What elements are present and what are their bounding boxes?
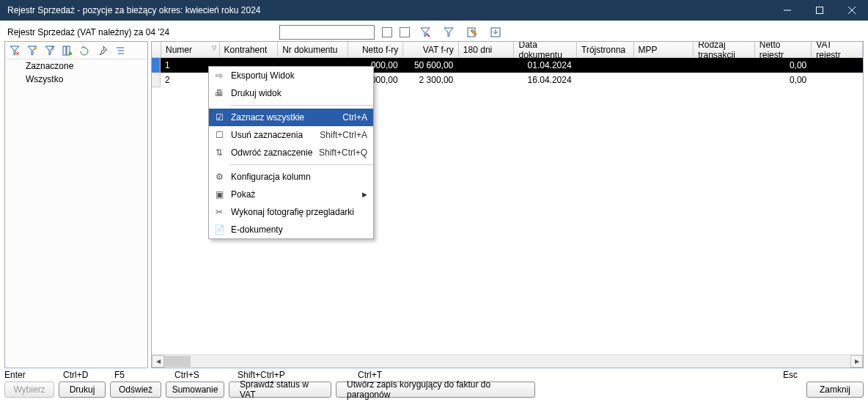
maximize-button[interactable] [803,0,836,21]
hint-ctrlt: Ctrl+T [358,370,783,380]
col-nrdok[interactable]: Nr dokumentu [278,42,347,57]
row-selector[interactable] [152,73,161,87]
scissors-icon: ✂ [212,207,227,217]
left-toolbar [5,42,147,59]
col-vat[interactable]: VAT f-ry [403,42,459,57]
menu-print-view[interactable]: 🖶 Drukuj widok [209,84,373,102]
funnel-red-icon[interactable] [417,25,433,40]
hint-ctrld: Ctrl+D [63,370,114,380]
col-data[interactable]: Data dokumentu [514,42,577,57]
checkbox-1[interactable] [382,27,392,37]
col-nettorej[interactable]: Netto rejestr [755,42,812,57]
utworz-zapis-button[interactable]: Utwórz zapis korygujący do faktur do par… [336,382,535,398]
col-kontrahent[interactable]: Kontrahent [220,42,279,57]
hint-ctrls: Ctrl+S [174,370,238,380]
menu-invert-selection[interactable]: ⇅ Odwróć zaznaczenie Shift+Ctrl+Q [209,144,373,161]
svg-rect-12 [63,46,66,55]
columns-icon[interactable] [61,44,74,57]
col-rodzaj[interactable]: Rodzaj transakcji [694,42,755,57]
document-icon: 📄 [212,225,227,235]
download-icon[interactable] [488,25,504,40]
drukuj-button[interactable]: Drukuj [59,382,106,398]
col-trojstronna[interactable]: Trójstronna [577,42,634,57]
cell-vat: 2 300,00 [403,73,459,87]
horizontal-scrollbar[interactable]: ◀ ▶ [152,354,863,368]
cell-vatrej [812,73,863,87]
gear-icon: ⚙ [212,172,227,182]
hint-enter: Enter [4,370,63,380]
bottom-bar: Enter Ctrl+D F5 Ctrl+S Shift+Ctrl+P Ctrl… [4,370,864,402]
funnel-list-icon[interactable] [43,44,56,57]
menu-clear-selection[interactable]: ☐ Usuń zaznaczenia Shift+Ctrl+A [209,126,373,144]
search-input[interactable] [279,25,375,40]
col-rowmarker [152,42,161,57]
funnel-delete-icon[interactable] [8,44,21,57]
show-icon: ▣ [212,189,227,200]
cell-nettorej: 0,00 [755,73,812,87]
col-netto[interactable]: Netto f-ry [348,42,404,57]
hint-shiftctrlp: Shift+Ctrl+P [238,370,358,380]
hint-f5: F5 [114,370,174,380]
content-area: Zaznaczone Wszystko Numer▽ Kontrahent Nr… [4,41,864,368]
context-menu: ⇨ Eksportuj Widok 🖶 Drukuj widok ☑ Zazna… [208,66,374,239]
menu-column-config[interactable]: ⚙ Konfiguracja kolumn [209,168,373,186]
sumowanie-button[interactable]: Sumowanie [166,382,224,398]
sprawdz-vat-button[interactable]: Sprawdź status w VAT [229,382,331,398]
close-button[interactable] [836,0,868,21]
shortcut-hints: Enter Ctrl+D F5 Ctrl+S Shift+Ctrl+P Ctrl… [4,370,864,380]
window-title: Rejestr Sprzedaż - pozycje za bieżący ok… [7,5,771,15]
col-vatrej[interactable]: VAT rejestr [812,42,863,57]
pin-icon[interactable] [96,44,109,57]
menu-edocuments[interactable]: 📄 E-dokumenty [209,221,373,238]
cell-rodzaj [694,58,755,73]
funnel-edit-icon[interactable] [26,44,39,57]
cell-troj [577,58,634,73]
refresh-icon[interactable] [78,44,92,57]
menu-separator [229,164,373,165]
cell-vatrej [812,58,863,73]
odswiez-button[interactable]: Odśwież [110,382,161,398]
scroll-left-icon[interactable]: ◀ [152,355,164,368]
printer-icon: 🖶 [212,88,227,98]
menu-screenshot[interactable]: ✂ Wykonaj fotografię przegladarki [209,203,373,221]
cell-mpp [633,73,694,87]
col-numer[interactable]: Numer▽ [161,42,220,57]
select-all-icon: ☑ [212,112,227,123]
zamknij-button[interactable]: Zamknij [806,382,864,398]
checkbox-2[interactable] [400,27,410,37]
hint-esc: Esc [783,370,843,380]
scroll-right-icon[interactable]: ▶ [850,355,863,368]
left-panel: Zaznaczone Wszystko [4,41,148,368]
edit-icon[interactable] [464,25,480,40]
cell-nettorej: 0,00 [755,58,812,73]
scroll-thumb[interactable] [164,356,191,367]
funnel-icon[interactable] [441,25,457,40]
col-mpp[interactable]: MPP [634,42,694,57]
row-selector[interactable] [152,58,161,73]
grid-header: Numer▽ Kontrahent Nr dokumentu Netto f-r… [152,42,863,58]
cell-vat: 50 600,00 [403,58,459,73]
export-icon: ⇨ [212,70,227,81]
bottom-buttons: Wybierz Drukuj Odśwież Sumowanie Sprawdź… [4,382,864,398]
cell-data: 16.04.2024 [514,73,577,87]
menu-select-all[interactable]: ☑ Zaznacz wszystkie Ctrl+A [209,109,373,126]
registry-label: Rejestr Sprzedaż (VAT należny) za 04 '24 [7,27,169,37]
menu-show[interactable]: ▣ Pokaż ▶ [209,186,373,203]
invert-selection-icon: ⇅ [212,147,227,158]
col-180dni[interactable]: 180 dni [459,42,515,57]
list-tree-icon[interactable] [114,44,127,57]
menu-export-view[interactable]: ⇨ Eksportuj Widok [209,67,373,84]
cell-180 [458,58,514,73]
svg-point-9 [34,47,37,50]
tree-item-marked[interactable]: Zaznaczone [5,59,147,73]
minimize-button[interactable] [771,0,803,21]
menu-separator [229,105,373,106]
cell-troj [577,73,634,87]
sort-indicator-icon: ▽ [212,45,216,51]
window-titlebar: Rejestr Sprzedaż - pozycje za bieżący ok… [0,0,868,21]
wybierz-button: Wybierz [4,382,54,398]
cell-180 [458,73,514,87]
tree-item-all[interactable]: Wszystko [5,73,147,86]
svg-rect-1 [817,7,823,14]
cell-data: 01.04.2024 [514,58,577,73]
